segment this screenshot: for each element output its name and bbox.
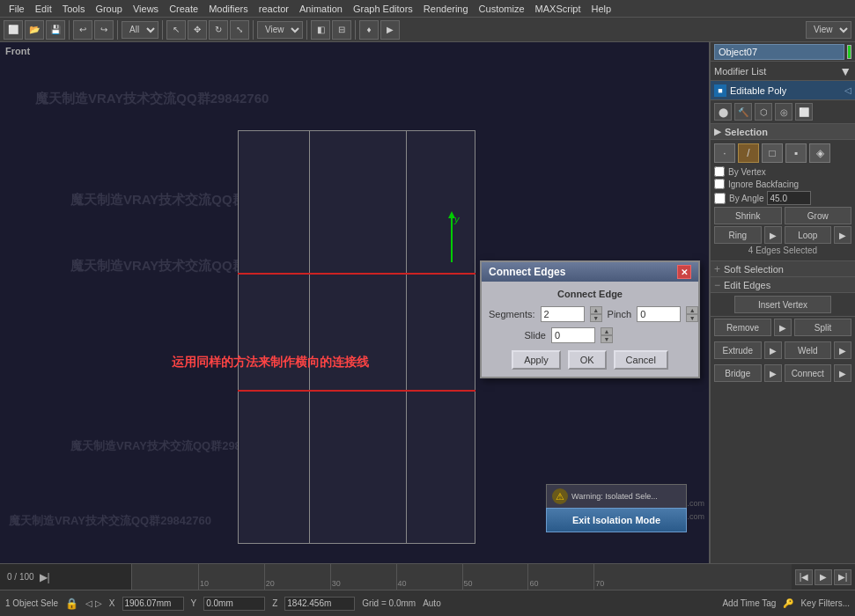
object-name-input[interactable]: [714, 44, 844, 60]
remove-button[interactable]: Remove: [714, 319, 771, 336]
add-time-tag[interactable]: Add Time Tag: [722, 598, 776, 608]
undo-button[interactable]: ↩: [73, 20, 92, 40]
menu-views[interactable]: Views: [128, 0, 164, 18]
slide-input[interactable]: [551, 327, 595, 343]
polygon-sel-icon[interactable]: ▪: [785, 143, 807, 163]
motion-icon[interactable]: ◎: [775, 103, 792, 121]
timeline-area: 0 / 100 ▶| 10 20 30 40 50 60 70 |◀ ▶ ▶|: [0, 563, 855, 590]
modifier-item-expand-arrow[interactable]: ◁: [844, 85, 851, 95]
open-button[interactable]: 📂: [25, 20, 44, 40]
weld-extra-button[interactable]: ▶: [834, 341, 851, 359]
timeline-end-arrow[interactable]: ▶|: [40, 571, 50, 583]
bridge-button[interactable]: Bridge: [714, 364, 762, 382]
slide-spinner: ▲ ▼: [601, 327, 613, 343]
key-filters[interactable]: Key Filters...: [800, 598, 850, 608]
menu-modifiers[interactable]: Modifiers: [203, 0, 254, 18]
menu-group[interactable]: Group: [90, 0, 128, 18]
soft-selection-header[interactable]: + Soft Selection: [711, 261, 855, 277]
mirror-button[interactable]: ◧: [311, 20, 330, 40]
menu-tools[interactable]: Tools: [57, 0, 91, 18]
slide-down[interactable]: ▼: [601, 335, 613, 343]
dialog-titlebar[interactable]: Connect Edges ✕: [482, 262, 698, 282]
right-panel: Modifier List ▼ ■ Editable Poly ◁ ⬤ 🔨 ⬡ …: [710, 42, 855, 563]
object-color-swatch[interactable]: [847, 45, 851, 59]
connect-button[interactable]: Connect: [785, 364, 832, 382]
menu-create[interactable]: Create: [164, 0, 203, 18]
save-button[interactable]: 💾: [46, 20, 65, 40]
menu-maxscript[interactable]: MAXScript: [530, 0, 586, 18]
connect-extra-button[interactable]: ▶: [834, 364, 851, 382]
move-button[interactable]: ✥: [188, 20, 207, 40]
selection-section-header[interactable]: ▶ Selection: [711, 124, 855, 140]
extrude-button[interactable]: Extrude: [714, 341, 762, 359]
edit-edges-header[interactable]: − Edit Edges: [711, 277, 855, 293]
bridge-extra-button[interactable]: ▶: [764, 364, 782, 382]
menu-reactor[interactable]: reactor: [254, 0, 294, 18]
pinch-up[interactable]: ▲: [686, 306, 698, 314]
menu-graph-editors[interactable]: Graph Editors: [348, 0, 418, 18]
segments-input[interactable]: [541, 306, 585, 322]
viewport[interactable]: Front 魔天制造VRAY技术交流QQ群29842760 魔天制造VRAY技术…: [0, 42, 710, 563]
redo-button[interactable]: ↪: [94, 20, 114, 40]
view-right-dropdown[interactable]: View: [806, 21, 851, 39]
play-button[interactable]: ▶: [814, 569, 832, 585]
vertex-sel-icon[interactable]: ·: [714, 143, 735, 163]
view-dropdown[interactable]: View: [257, 21, 303, 39]
by-vertex-checkbox[interactable]: [714, 166, 725, 177]
pinch-input[interactable]: [637, 306, 681, 322]
menu-help[interactable]: Help: [586, 0, 617, 18]
render-button[interactable]: ▶: [380, 20, 400, 40]
segments-up[interactable]: ▲: [590, 306, 602, 314]
ignore-backfacing-checkbox[interactable]: [714, 179, 725, 189]
display-icon[interactable]: ⬤: [714, 103, 732, 121]
select-button[interactable]: ↖: [166, 20, 186, 40]
ok-button[interactable]: OK: [568, 350, 607, 370]
next-frame-button[interactable]: ▶|: [834, 569, 851, 585]
grow-button[interactable]: Grow: [785, 207, 852, 224]
timeline-track[interactable]: 10 20 30 40 50 60 70: [132, 564, 792, 590]
y-input[interactable]: [203, 597, 265, 611]
align-button[interactable]: ⊟: [332, 20, 351, 40]
segments-down[interactable]: ▼: [590, 314, 602, 322]
hierarchy-icon[interactable]: ⬡: [755, 103, 772, 121]
material-editor-button[interactable]: ♦: [359, 20, 379, 40]
modifier-list-dropdown-arrow[interactable]: ▼: [839, 64, 851, 78]
slide-up[interactable]: ▲: [601, 327, 613, 335]
split-button[interactable]: Split: [794, 319, 851, 336]
insert-vertex-button[interactable]: Insert Vertex: [734, 296, 831, 313]
prev-frame-button[interactable]: |◀: [795, 569, 813, 585]
weld-button[interactable]: Weld: [785, 341, 832, 359]
by-angle-checkbox[interactable]: [714, 193, 726, 204]
element-sel-icon[interactable]: ◈: [809, 143, 830, 163]
menu-edit[interactable]: Edit: [30, 0, 57, 18]
utility-icon[interactable]: ⬜: [795, 103, 813, 121]
tick-60: 60: [527, 564, 528, 590]
ring-extra-button[interactable]: ▶: [764, 226, 782, 244]
menu-customize[interactable]: Customize: [474, 0, 530, 18]
angle-value-input[interactable]: [767, 191, 811, 205]
apply-button[interactable]: Apply: [512, 350, 561, 370]
modifier-item-editable-poly[interactable]: ■ Editable Poly ◁: [711, 81, 855, 100]
menu-rendering[interactable]: Rendering: [418, 0, 474, 18]
cancel-button[interactable]: Cancel: [614, 350, 668, 370]
loop-button[interactable]: Loop: [785, 226, 832, 244]
dialog-close-button[interactable]: ✕: [677, 265, 691, 279]
selection-filter-dropdown[interactable]: All: [122, 21, 158, 39]
modify-icon[interactable]: 🔨: [734, 103, 752, 121]
pinch-down[interactable]: ▼: [686, 314, 698, 322]
edge-sel-icon[interactable]: /: [738, 143, 759, 163]
scale-button[interactable]: ⤡: [230, 20, 249, 40]
lock-icon[interactable]: 🔒: [65, 598, 78, 610]
z-input[interactable]: [284, 597, 355, 611]
new-button[interactable]: ⬜: [4, 20, 23, 40]
menu-file[interactable]: File: [4, 0, 30, 18]
rotate-button[interactable]: ↻: [209, 20, 228, 40]
extrude-extra-button[interactable]: ▶: [764, 341, 782, 359]
border-sel-icon[interactable]: □: [762, 143, 783, 163]
ring-button[interactable]: Ring: [714, 226, 762, 244]
menu-animation[interactable]: Animation: [294, 0, 348, 18]
loop-extra-button[interactable]: ▶: [834, 226, 851, 244]
shrink-button[interactable]: Shrink: [714, 207, 782, 224]
remove-extra-button[interactable]: ▶: [774, 319, 792, 336]
x-input[interactable]: [122, 597, 184, 611]
